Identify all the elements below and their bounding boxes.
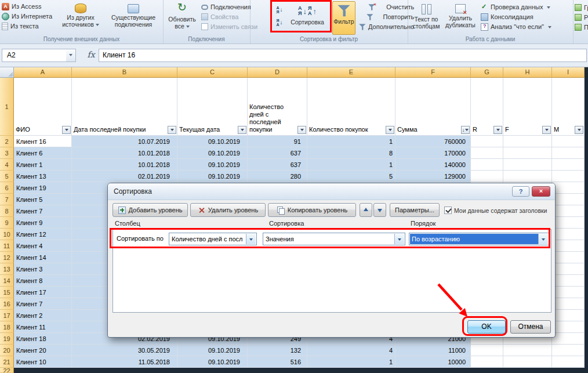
copy-level-button[interactable]: Копировать уровень (268, 203, 356, 217)
cell-G5[interactable] (471, 171, 503, 182)
row-header-12[interactable]: 12 (0, 252, 14, 263)
cell-E5[interactable]: 5 (307, 171, 395, 182)
header-cell-H1[interactable]: F (503, 78, 552, 136)
cell-A14[interactable]: Клиент 8 (14, 275, 72, 287)
insert-function-button[interactable]: fx (85, 50, 97, 61)
row-header-22[interactable]: 22 (0, 368, 14, 373)
column-header-D[interactable]: D (248, 67, 307, 78)
cell-B5[interactable]: 02.01.2019 (72, 171, 177, 182)
cell-D5[interactable]: 280 (248, 171, 307, 182)
column-header-A[interactable]: A (14, 67, 72, 78)
column-header-C[interactable]: C (177, 67, 248, 78)
cell-G20[interactable] (471, 345, 503, 356)
cell-H3[interactable] (503, 147, 552, 159)
add-level-button[interactable]: Добавить уровень (112, 203, 188, 217)
cell-A7[interactable]: Клиент 5 (14, 194, 72, 205)
cell-H21[interactable] (503, 356, 552, 368)
cell-H5[interactable] (503, 171, 552, 182)
column-header-B[interactable]: B (72, 67, 177, 78)
cell-D20[interactable]: 132 (248, 345, 307, 356)
reapply-filter-button[interactable]: Повторить (358, 12, 414, 21)
cell-A9[interactable]: Клиент 9 (14, 217, 72, 229)
cell-G3[interactable] (471, 147, 503, 159)
filter-button-D[interactable] (297, 126, 306, 134)
formula-input[interactable]: Клиент 16 (99, 49, 587, 62)
from-other-sources-button[interactable]: Из других источников (58, 1, 103, 35)
move-up-button[interactable] (360, 203, 372, 217)
cell-D4[interactable]: 637 (248, 159, 307, 171)
cell-E2[interactable]: 1 (307, 136, 395, 147)
cell-A4[interactable]: Клиент 1 (14, 159, 72, 171)
row-header-1[interactable]: 1 (0, 78, 14, 136)
header-cell-D1[interactable]: Количество дней с последней покупки (248, 78, 307, 136)
cell-A6[interactable]: Клиент 19 (14, 182, 72, 194)
column-header-I[interactable]: I (552, 67, 585, 78)
cell-E3[interactable]: 8 (307, 147, 395, 159)
cell-B2[interactable]: 10.07.2019 (72, 136, 177, 147)
row-header-15[interactable]: 15 (0, 287, 14, 298)
cell-A21[interactable]: Клиент 10 (14, 356, 72, 368)
cell-F3[interactable]: 170000 (395, 147, 471, 159)
row-header-5[interactable]: 5 (0, 171, 14, 182)
filter-button-A[interactable] (62, 126, 71, 134)
cell-A10[interactable]: Клиент 12 (14, 229, 72, 240)
filter-button-G[interactable] (493, 126, 502, 134)
cell-H4[interactable] (503, 159, 552, 171)
cell-B20[interactable]: 30.05.2019 (72, 345, 177, 356)
filter-button-C[interactable] (238, 126, 246, 134)
filter-button-H[interactable] (542, 126, 551, 134)
cell-I10[interactable] (552, 229, 585, 240)
row-header-2[interactable]: 2 (0, 136, 14, 147)
cell-I20[interactable] (552, 345, 585, 356)
dialog-close-button[interactable]: × (532, 186, 550, 197)
cell-D3[interactable]: 637 (248, 147, 307, 159)
row-header-8[interactable]: 8 (0, 205, 14, 217)
ungroup-button-partial[interactable]: Ра (575, 13, 588, 22)
cell-A12[interactable]: Клиент 14 (14, 252, 72, 263)
select-all-corner[interactable] (0, 67, 14, 78)
column-header-F[interactable]: F (395, 67, 471, 78)
header-cell-B1[interactable]: Дата последней покупки (72, 78, 177, 136)
cell-C3[interactable]: 09.10.2019 (177, 147, 248, 159)
row-header-17[interactable]: 17 (0, 310, 14, 321)
header-cell-E1[interactable]: Количество покупок (307, 78, 395, 136)
row-header-4[interactable]: 4 (0, 159, 14, 171)
cell-I8[interactable] (552, 205, 585, 217)
cell-I16[interactable] (552, 298, 585, 310)
column-header-G[interactable]: G (471, 67, 503, 78)
row-header-6[interactable]: 6 (0, 182, 14, 194)
cell-E20[interactable]: 4 (307, 345, 395, 356)
header-cell-I1[interactable]: M (552, 78, 585, 136)
cell-E21[interactable]: 1 (307, 356, 395, 368)
cell-C4[interactable]: 09.10.2019 (177, 159, 248, 171)
cell-I3[interactable] (552, 147, 585, 159)
header-cell-G1[interactable]: R (471, 78, 503, 136)
column-header-H[interactable]: H (503, 67, 552, 78)
cell-B3[interactable]: 10.01.2018 (72, 147, 177, 159)
data-validation-button[interactable]: Проверка данных (481, 2, 551, 12)
row-header-11[interactable]: 11 (0, 240, 14, 252)
cell-H2[interactable] (503, 136, 552, 147)
group-button-partial[interactable]: Гр (575, 3, 588, 12)
filter-button-I[interactable] (575, 126, 583, 134)
cell-G4[interactable] (471, 159, 503, 171)
cell-I17[interactable] (552, 310, 585, 321)
cell-D21[interactable]: 516 (248, 356, 307, 368)
cell-I2[interactable] (552, 136, 585, 147)
cell-I14[interactable] (552, 275, 585, 287)
consolidate-button[interactable]: Консолидация (481, 12, 551, 21)
row-header-18[interactable]: 18 (0, 321, 14, 333)
cell-F20[interactable]: 11000 (395, 345, 471, 356)
advanced-filter-button[interactable]: Дополнительно (358, 22, 414, 31)
subtotal-button-partial[interactable]: Пр (575, 23, 588, 32)
cell-A15[interactable]: Клиент 17 (14, 287, 72, 298)
move-down-button[interactable] (373, 203, 386, 217)
cell-I18[interactable] (552, 321, 585, 333)
cell-C20[interactable]: 09.10.2019 (177, 345, 248, 356)
cell-I21[interactable] (552, 356, 585, 368)
my-data-has-headers-checkbox[interactable] (444, 207, 452, 214)
row-header-20[interactable]: 20 (0, 345, 14, 356)
connections-button[interactable]: Подключения (201, 2, 257, 12)
cell-I4[interactable] (552, 159, 585, 171)
header-cell-C1[interactable]: Текущая дата (177, 78, 248, 136)
